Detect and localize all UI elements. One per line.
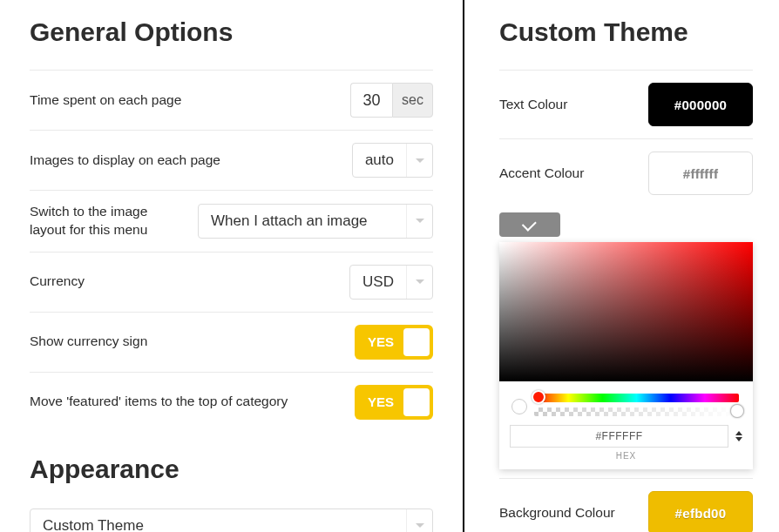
accent-colour-row: Accent Colour #ffffff <box>499 138 753 207</box>
time-per-page-input[interactable] <box>350 83 392 118</box>
background-colour-swatch[interactable]: #efbd00 <box>648 491 753 532</box>
background-colour-label: Background Colour <box>499 504 615 522</box>
switch-layout-row: Switch to the image layout for this menu… <box>30 190 433 252</box>
colour-picker: HEX <box>499 242 753 469</box>
featured-top-toggle[interactable]: YES <box>355 385 433 420</box>
switch-layout-label: Switch to the image layout for this menu <box>30 203 186 239</box>
time-per-page-unit: sec <box>392 83 433 118</box>
appearance-heading: Appearance <box>30 455 433 484</box>
currency-value: USD <box>350 266 406 299</box>
toggle-knob <box>403 328 430 356</box>
time-per-page-control: sec <box>350 83 433 118</box>
text-colour-label: Text Colour <box>499 96 567 114</box>
background-colour-value: #efbd00 <box>675 506 727 521</box>
show-currency-sign-toggle[interactable]: YES <box>355 325 433 360</box>
time-per-page-label: Time spent on each page <box>30 91 181 110</box>
text-colour-row: Text Colour #000000 <box>499 70 753 138</box>
text-colour-swatch[interactable]: #000000 <box>648 83 753 126</box>
images-per-page-value: auto <box>353 144 406 177</box>
chevron-down-icon <box>406 509 432 532</box>
switch-layout-value: When I attach an image <box>199 205 406 238</box>
theme-select-value: Custom Theme <box>30 509 406 532</box>
images-per-page-label: Images to display on each page <box>30 152 220 170</box>
images-per-page-row: Images to display on each page auto <box>30 130 433 190</box>
chevron-down-icon <box>406 266 432 299</box>
custom-theme-heading: Custom Theme <box>499 17 753 47</box>
check-icon <box>522 217 537 232</box>
hue-slider[interactable] <box>534 394 739 402</box>
accent-colour-swatch[interactable]: #ffffff <box>648 152 753 195</box>
alpha-slider-thumb[interactable] <box>730 404 744 418</box>
show-currency-sign-label: Show currency sign <box>30 333 147 351</box>
featured-top-row: Move 'featured' items to the top of cate… <box>30 372 433 432</box>
general-options-panel: General Options Time spent on each page … <box>0 0 464 532</box>
toggle-knob <box>403 388 430 416</box>
chevron-down-icon <box>735 437 742 441</box>
appearance-section: Appearance Custom Theme <box>30 455 433 532</box>
time-per-page-row: Time spent on each page sec <box>30 70 433 130</box>
confirm-colour-button[interactable] <box>499 212 560 237</box>
toggle-label: YES <box>358 394 403 409</box>
toggle-label: YES <box>358 334 403 349</box>
currency-label: Currency <box>30 273 85 291</box>
switch-layout-select[interactable]: When I attach an image <box>198 204 433 239</box>
background-colour-row: Background Colour #efbd00 <box>499 478 753 532</box>
text-colour-value: #000000 <box>674 98 728 112</box>
images-per-page-select[interactable]: auto <box>352 143 433 178</box>
theme-select[interactable]: Custom Theme <box>30 508 433 532</box>
format-cycle-button[interactable] <box>735 431 742 441</box>
accent-colour-value: #ffffff <box>683 166 718 181</box>
featured-top-label: Move 'featured' items to the top of cate… <box>30 393 288 411</box>
show-currency-sign-row: Show currency sign YES <box>30 312 433 372</box>
alpha-slider[interactable] <box>534 407 739 416</box>
chevron-down-icon <box>406 144 432 177</box>
colour-preview-circle <box>511 399 527 414</box>
hex-format-label: HEX <box>499 451 753 461</box>
accent-colour-label: Accent Colour <box>499 165 584 183</box>
chevron-down-icon <box>406 205 432 238</box>
chevron-up-icon <box>735 431 742 435</box>
custom-theme-panel: Custom Theme Text Colour #000000 Accent … <box>464 0 779 532</box>
currency-row: Currency USD <box>30 252 433 312</box>
theme-select-row: Custom Theme <box>30 500 433 532</box>
saturation-value-field[interactable] <box>499 242 753 381</box>
hex-input[interactable] <box>510 425 728 448</box>
general-options-heading: General Options <box>30 17 433 47</box>
hue-slider-thumb[interactable] <box>532 390 545 404</box>
currency-select[interactable]: USD <box>349 265 433 300</box>
